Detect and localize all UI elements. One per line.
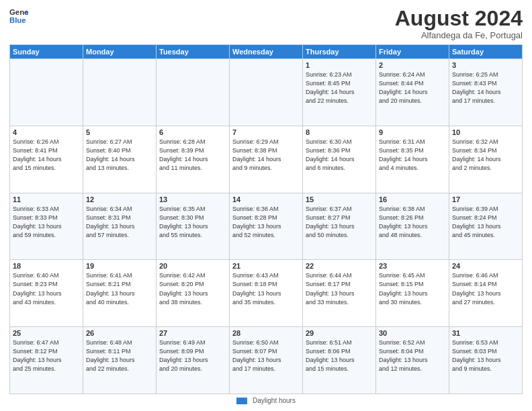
calendar-cell: 5Sunrise: 6:27 AM Sunset: 8:40 PM Daylig… <box>83 126 157 193</box>
calendar-week-3: 11Sunrise: 6:33 AM Sunset: 8:33 PM Dayli… <box>10 193 523 260</box>
day-number: 11 <box>13 195 80 203</box>
day-info: Sunrise: 6:38 AM Sunset: 8:26 PM Dayligh… <box>379 205 446 240</box>
calendar-cell: 11Sunrise: 6:33 AM Sunset: 8:33 PM Dayli… <box>10 193 83 260</box>
day-number: 14 <box>232 195 300 203</box>
svg-text:General: General <box>9 8 28 16</box>
day-number: 7 <box>232 128 300 136</box>
footer-label: Daylight hours <box>253 397 296 404</box>
col-header-tuesday: Tuesday <box>157 45 230 59</box>
calendar-cell: 18Sunrise: 6:40 AM Sunset: 8:23 PM Dayli… <box>10 260 83 327</box>
col-header-wednesday: Wednesday <box>230 45 303 59</box>
day-info: Sunrise: 6:24 AM Sunset: 8:44 PM Dayligh… <box>379 71 446 105</box>
calendar-cell: 7Sunrise: 6:29 AM Sunset: 8:38 PM Daylig… <box>230 126 303 193</box>
day-info: Sunrise: 6:40 AM Sunset: 8:23 PM Dayligh… <box>13 271 80 306</box>
calendar-cell: 25Sunrise: 6:47 AM Sunset: 8:12 PM Dayli… <box>10 327 83 394</box>
day-info: Sunrise: 6:45 AM Sunset: 8:15 PM Dayligh… <box>379 271 446 306</box>
day-info: Sunrise: 6:30 AM Sunset: 8:36 PM Dayligh… <box>306 138 373 173</box>
day-info: Sunrise: 6:41 AM Sunset: 8:21 PM Dayligh… <box>86 271 153 306</box>
day-info: Sunrise: 6:52 AM Sunset: 8:04 PM Dayligh… <box>379 338 446 373</box>
calendar-cell: 17Sunrise: 6:39 AM Sunset: 8:24 PM Dayli… <box>449 193 523 260</box>
calendar-cell: 8Sunrise: 6:30 AM Sunset: 8:36 PM Daylig… <box>303 126 376 193</box>
day-info: Sunrise: 6:50 AM Sunset: 8:07 PM Dayligh… <box>232 338 300 373</box>
calendar-cell: 28Sunrise: 6:50 AM Sunset: 8:07 PM Dayli… <box>230 327 303 394</box>
day-info: Sunrise: 6:23 AM Sunset: 8:45 PM Dayligh… <box>306 71 373 105</box>
day-info: Sunrise: 6:35 AM Sunset: 8:30 PM Dayligh… <box>159 205 226 240</box>
day-info: Sunrise: 6:44 AM Sunset: 8:17 PM Dayligh… <box>306 271 373 306</box>
day-number: 16 <box>379 195 446 203</box>
col-header-saturday: Saturday <box>449 45 523 59</box>
calendar-cell: 13Sunrise: 6:35 AM Sunset: 8:30 PM Dayli… <box>157 193 230 260</box>
calendar-cell <box>10 59 83 126</box>
calendar-cell: 23Sunrise: 6:45 AM Sunset: 8:15 PM Dayli… <box>376 260 449 327</box>
day-info: Sunrise: 6:53 AM Sunset: 8:03 PM Dayligh… <box>452 338 519 373</box>
calendar-cell: 15Sunrise: 6:37 AM Sunset: 8:27 PM Dayli… <box>303 193 376 260</box>
col-header-monday: Monday <box>83 45 157 59</box>
calendar-cell: 14Sunrise: 6:36 AM Sunset: 8:28 PM Dayli… <box>230 193 303 260</box>
calendar-cell <box>83 59 157 126</box>
day-number: 15 <box>306 195 373 203</box>
calendar-cell: 10Sunrise: 6:32 AM Sunset: 8:34 PM Dayli… <box>449 126 523 193</box>
calendar-cell <box>230 59 303 126</box>
day-number: 9 <box>379 128 446 136</box>
day-number: 13 <box>159 195 226 203</box>
day-number: 22 <box>306 262 373 270</box>
calendar-cell: 22Sunrise: 6:44 AM Sunset: 8:17 PM Dayli… <box>303 260 376 327</box>
day-number: 18 <box>13 262 80 270</box>
calendar-cell: 20Sunrise: 6:42 AM Sunset: 8:20 PM Dayli… <box>157 260 230 327</box>
calendar-header-row: SundayMondayTuesdayWednesdayThursdayFrid… <box>10 45 523 59</box>
footer: Daylight hours <box>9 397 523 404</box>
calendar-cell: 16Sunrise: 6:38 AM Sunset: 8:26 PM Dayli… <box>376 193 449 260</box>
day-info: Sunrise: 6:34 AM Sunset: 8:31 PM Dayligh… <box>86 205 153 240</box>
day-info: Sunrise: 6:36 AM Sunset: 8:28 PM Dayligh… <box>232 205 300 240</box>
col-header-sunday: Sunday <box>10 45 83 59</box>
logo: General Blue <box>9 7 28 26</box>
calendar-week-5: 25Sunrise: 6:47 AM Sunset: 8:12 PM Dayli… <box>10 327 523 394</box>
day-info: Sunrise: 6:43 AM Sunset: 8:18 PM Dayligh… <box>232 271 300 306</box>
day-number: 4 <box>13 128 80 136</box>
day-number: 28 <box>232 329 300 337</box>
title-block: August 2024 Alfandega da Fe, Portugal <box>395 7 523 40</box>
daylight-swatch <box>236 398 247 404</box>
day-info: Sunrise: 6:46 AM Sunset: 8:14 PM Dayligh… <box>452 271 519 306</box>
calendar-week-2: 4Sunrise: 6:26 AM Sunset: 8:41 PM Daylig… <box>10 126 523 193</box>
logo-icon: General Blue <box>9 7 28 26</box>
calendar-cell <box>157 59 230 126</box>
calendar-table: SundayMondayTuesdayWednesdayThursdayFrid… <box>9 44 523 394</box>
location: Alfandega da Fe, Portugal <box>395 30 523 40</box>
calendar-week-4: 18Sunrise: 6:40 AM Sunset: 8:23 PM Dayli… <box>10 260 523 327</box>
calendar-cell: 24Sunrise: 6:46 AM Sunset: 8:14 PM Dayli… <box>449 260 523 327</box>
col-header-friday: Friday <box>376 45 449 59</box>
calendar-cell: 12Sunrise: 6:34 AM Sunset: 8:31 PM Dayli… <box>83 193 157 260</box>
day-number: 31 <box>452 329 519 337</box>
calendar-cell: 26Sunrise: 6:48 AM Sunset: 8:11 PM Dayli… <box>83 327 157 394</box>
day-info: Sunrise: 6:39 AM Sunset: 8:24 PM Dayligh… <box>452 205 519 240</box>
day-info: Sunrise: 6:37 AM Sunset: 8:27 PM Dayligh… <box>306 205 373 240</box>
day-info: Sunrise: 6:28 AM Sunset: 8:39 PM Dayligh… <box>159 138 226 173</box>
day-number: 8 <box>306 128 373 136</box>
day-info: Sunrise: 6:51 AM Sunset: 8:06 PM Dayligh… <box>306 338 373 373</box>
calendar-cell: 31Sunrise: 6:53 AM Sunset: 8:03 PM Dayli… <box>449 327 523 394</box>
day-number: 30 <box>379 329 446 337</box>
day-number: 6 <box>159 128 226 136</box>
calendar-cell: 27Sunrise: 6:49 AM Sunset: 8:09 PM Dayli… <box>157 327 230 394</box>
day-info: Sunrise: 6:32 AM Sunset: 8:34 PM Dayligh… <box>452 138 519 173</box>
day-info: Sunrise: 6:25 AM Sunset: 8:43 PM Dayligh… <box>452 71 519 105</box>
day-number: 3 <box>452 61 519 69</box>
day-info: Sunrise: 6:42 AM Sunset: 8:20 PM Dayligh… <box>159 271 226 306</box>
calendar-cell: 9Sunrise: 6:31 AM Sunset: 8:35 PM Daylig… <box>376 126 449 193</box>
calendar-cell: 3Sunrise: 6:25 AM Sunset: 8:43 PM Daylig… <box>449 59 523 126</box>
svg-text:Blue: Blue <box>9 16 26 24</box>
month-title: August 2024 <box>395 7 523 30</box>
day-info: Sunrise: 6:47 AM Sunset: 8:12 PM Dayligh… <box>13 338 80 373</box>
day-number: 26 <box>86 329 153 337</box>
day-number: 1 <box>306 61 373 69</box>
day-number: 27 <box>159 329 226 337</box>
calendar-week-1: 1Sunrise: 6:23 AM Sunset: 8:45 PM Daylig… <box>10 59 523 126</box>
calendar-cell: 6Sunrise: 6:28 AM Sunset: 8:39 PM Daylig… <box>157 126 230 193</box>
calendar-cell: 4Sunrise: 6:26 AM Sunset: 8:41 PM Daylig… <box>10 126 83 193</box>
calendar-cell: 21Sunrise: 6:43 AM Sunset: 8:18 PM Dayli… <box>230 260 303 327</box>
day-number: 5 <box>86 128 153 136</box>
day-number: 23 <box>379 262 446 270</box>
day-number: 25 <box>13 329 80 337</box>
day-number: 17 <box>452 195 519 203</box>
